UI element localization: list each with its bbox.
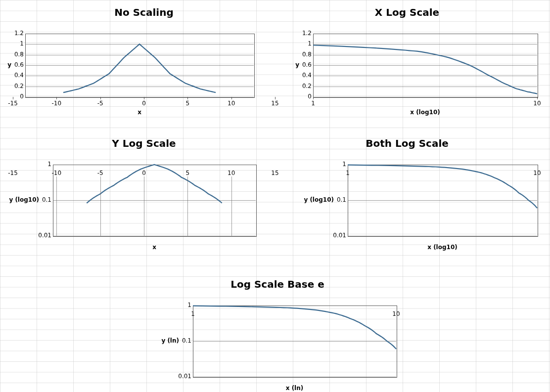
y-tick-label: 0.1 bbox=[182, 337, 191, 344]
chart-title: Y Log Scale bbox=[13, 137, 275, 149]
x-tick bbox=[275, 97, 275, 99]
y-tick-label: 0.01 bbox=[333, 232, 346, 239]
y-tick-label: 0.4 bbox=[302, 72, 312, 79]
grid-line bbox=[53, 236, 256, 236]
grid-line bbox=[25, 97, 254, 97]
y-tick-label: 0.01 bbox=[178, 373, 191, 380]
x-tick bbox=[100, 97, 101, 99]
x-grid-line bbox=[231, 176, 232, 236]
data-curve bbox=[313, 34, 537, 97]
x-axis-label: x (log10) bbox=[348, 244, 537, 251]
x-tick-label: 15 bbox=[268, 170, 282, 176]
x-tick-label: -5 bbox=[93, 100, 108, 107]
x-tick bbox=[313, 97, 314, 99]
x-tick-label: 1 bbox=[306, 100, 321, 107]
y-tick-label: 0.6 bbox=[14, 61, 24, 68]
y-tick-label: 1 bbox=[187, 302, 191, 308]
x-tick-label: 10 bbox=[530, 100, 545, 107]
x-tick-label: -15 bbox=[5, 170, 20, 176]
x-tick bbox=[144, 97, 144, 99]
grid-line bbox=[313, 97, 537, 97]
y-tick-label: 0.4 bbox=[14, 72, 24, 79]
x-tick bbox=[231, 97, 232, 99]
x-tick bbox=[537, 97, 538, 99]
y-tick-label: 0.8 bbox=[302, 51, 312, 58]
data-curve bbox=[193, 305, 396, 377]
y-tick-label: 1.2 bbox=[14, 30, 24, 37]
x-tick-label: 0 bbox=[137, 100, 151, 107]
data-curve bbox=[348, 165, 537, 236]
y-axis-label: y (log10) bbox=[9, 196, 39, 203]
x-axis-label: x (ln) bbox=[193, 385, 396, 392]
grid-line bbox=[193, 377, 396, 377]
chart-title: Both Log Scale bbox=[276, 137, 538, 149]
data-curve bbox=[25, 34, 254, 97]
x-tick-label: 10 bbox=[224, 100, 239, 107]
x-tick-label: -10 bbox=[49, 100, 64, 107]
y-tick-label: 0.6 bbox=[302, 61, 312, 68]
chart-title: No Scaling bbox=[13, 6, 275, 18]
chart-title: Log Scale Base e bbox=[151, 278, 404, 290]
y-tick-label: 0.1 bbox=[337, 196, 346, 203]
y-axis-label: y (ln) bbox=[161, 337, 179, 344]
y-tick-label: 0.1 bbox=[42, 196, 51, 203]
y-tick-label: 0.01 bbox=[38, 232, 51, 239]
y-tick-label: 1 bbox=[47, 161, 51, 168]
y-tick-label: 0.2 bbox=[14, 83, 24, 89]
x-tick bbox=[187, 97, 188, 99]
x-axis-label: x bbox=[53, 244, 256, 251]
x-tick-label: -15 bbox=[5, 100, 20, 107]
x-tick bbox=[13, 97, 13, 99]
y-tick-label: 1.2 bbox=[302, 30, 312, 37]
grid-line bbox=[348, 236, 537, 236]
chart-title: X Log Scale bbox=[276, 6, 538, 18]
data-curve bbox=[53, 165, 256, 236]
x-axis-label: x bbox=[25, 109, 254, 116]
y-tick-label: 1 bbox=[308, 40, 312, 47]
y-axis-label: y bbox=[7, 61, 11, 68]
x-grid-line bbox=[144, 176, 144, 236]
x-grid-line bbox=[56, 176, 57, 236]
y-tick-label: 1 bbox=[20, 40, 24, 47]
x-axis-label: x (log10) bbox=[313, 109, 537, 116]
y-tick-label: 1 bbox=[342, 161, 346, 168]
y-tick-label: 0.8 bbox=[14, 51, 24, 58]
y-tick-label: 0 bbox=[20, 93, 24, 100]
y-tick-label: 0.2 bbox=[302, 83, 312, 89]
x-grid-line bbox=[187, 176, 188, 236]
y-axis-label: y (log10) bbox=[304, 196, 334, 203]
x-grid-line bbox=[100, 176, 101, 236]
x-tick-label: 5 bbox=[180, 100, 195, 107]
y-axis-label: y bbox=[295, 61, 299, 68]
x-tick-label: 15 bbox=[268, 100, 282, 107]
x-tick bbox=[56, 97, 57, 99]
y-tick-label: 0 bbox=[308, 93, 312, 100]
